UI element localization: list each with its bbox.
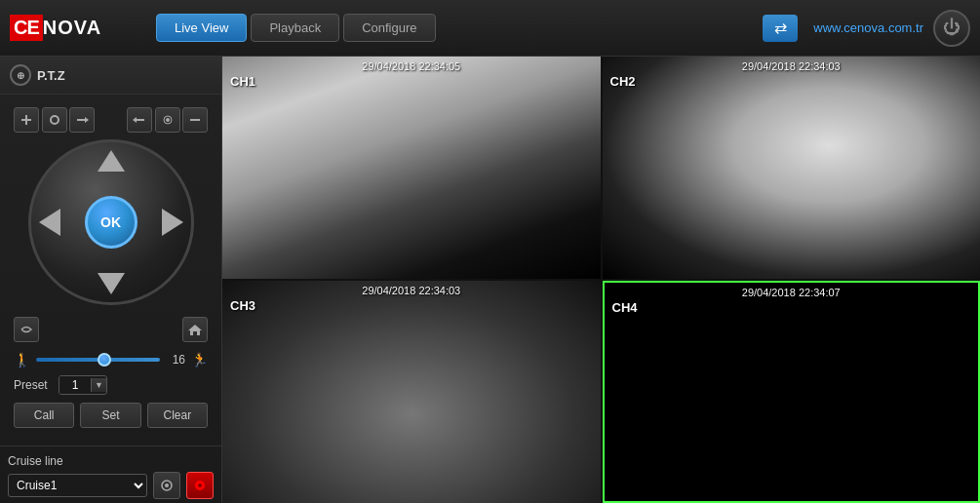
camera-grid: 29/04/2018 22:34:05 CH1 29/04/2018 22:34… — [222, 57, 980, 503]
set-button[interactable]: Set — [80, 403, 140, 428]
cam3-feed — [222, 281, 601, 503]
speed-slider[interactable] — [36, 358, 160, 362]
cam3-timestamp: 29/04/2018 22:34:03 — [362, 285, 460, 296]
cam4-feed — [605, 283, 979, 501]
ptz-iris-open-btn[interactable] — [155, 107, 180, 133]
preset-input[interactable] — [59, 376, 91, 394]
svg-point-12 — [165, 484, 169, 487]
website-url: www.cenova.com.tr — [813, 20, 923, 35]
camera-cell-ch3[interactable]: 29/04/2018 22:34:03 CH3 — [222, 281, 601, 503]
svg-point-2 — [51, 116, 59, 124]
cruise-label: Cruise line — [8, 454, 214, 468]
ptz-zoom-out-btn[interactable] — [14, 107, 39, 133]
cam1-feed — [222, 57, 601, 279]
svg-point-8 — [166, 118, 170, 122]
ptz-top-icons-row — [8, 104, 214, 135]
preset-row: Preset ▼ — [8, 371, 214, 399]
logo-ce: CE — [10, 15, 43, 41]
ptz-title: P.T.Z — [37, 68, 65, 83]
speed-row: 🚶 16 🏃 — [8, 348, 214, 371]
camera-cell-ch1[interactable]: 29/04/2018 22:34:05 CH1 — [222, 57, 601, 279]
cruise-record-btn[interactable] — [153, 472, 180, 499]
cam1-label: CH1 — [230, 74, 255, 89]
cam1-timestamp: 29/04/2018 22:34:05 — [362, 60, 460, 72]
ptz-zoom-in-btn[interactable] — [182, 107, 208, 133]
cam2-label: CH2 — [610, 74, 636, 89]
cam2-feed — [603, 57, 981, 279]
clear-button[interactable]: Clear — [147, 403, 208, 428]
speed-value: 16 — [166, 353, 185, 367]
ptz-autopan-btn[interactable] — [14, 317, 39, 342]
ptz-controls-area: OK 🚶 16 🏃 — [0, 95, 221, 442]
cruise-section: Cruise line Cruise1 Cruise2 Cruise3 — [0, 450, 221, 503]
speed-slow-icon: 🚶 — [14, 352, 30, 368]
tab-live-view[interactable]: Live View — [156, 14, 247, 42]
preset-buttons-row: Call Set Clear — [8, 399, 214, 432]
cam4-label: CH4 — [612, 300, 638, 315]
ptz-dial[interactable]: OK — [28, 139, 194, 305]
ptz-arrow-left[interactable] — [39, 209, 60, 236]
cam2-timestamp: 29/04/2018 22:34:03 — [742, 60, 841, 72]
ptz-dial-outer[interactable]: OK — [28, 139, 194, 305]
divider-1 — [0, 445, 221, 446]
preset-dropdown-arrow[interactable]: ▼ — [91, 378, 106, 392]
cruise-row: Cruise1 Cruise2 Cruise3 — [8, 472, 214, 499]
tab-configure[interactable]: Configure — [343, 14, 435, 42]
ptz-focus-near-btn[interactable] — [127, 107, 152, 133]
svg-rect-1 — [25, 115, 27, 125]
svg-marker-10 — [188, 325, 202, 335]
cam3-label: CH3 — [230, 298, 255, 313]
ptz-arrow-down[interactable] — [98, 273, 125, 294]
camera-cell-ch4[interactable]: 29/04/2018 22:34:07 CH4 — [603, 281, 981, 503]
speed-fast-icon: 🏃 — [191, 352, 208, 368]
preset-label: Preset — [14, 378, 53, 392]
cruise-stop-btn[interactable] — [186, 472, 214, 499]
svg-marker-6 — [133, 117, 137, 123]
transfer-icon[interactable]: ⇄ — [763, 15, 798, 42]
logo: CE NOVA — [10, 9, 117, 48]
ptz-iris-close-btn[interactable] — [42, 107, 67, 133]
tab-playback[interactable]: Playback — [251, 14, 339, 42]
header: CE NOVA Live View Playback Configure ⇄ w… — [0, 0, 980, 57]
svg-marker-4 — [85, 117, 89, 123]
ptz-ok-button[interactable]: OK — [85, 196, 137, 249]
ptz-icon: ⊕ — [10, 64, 31, 86]
call-button[interactable]: Call — [14, 403, 74, 428]
main-area: ⊕ P.T.Z — [0, 57, 980, 503]
ptz-section-header: ⊕ P.T.Z — [0, 57, 221, 95]
sidebar: ⊕ P.T.Z — [0, 57, 222, 503]
speed-slider-thumb[interactable] — [98, 353, 111, 367]
power-button[interactable]: ⏻ — [933, 10, 970, 47]
ptz-arrow-up[interactable] — [98, 150, 125, 172]
cruise-select[interactable]: Cruise1 Cruise2 Cruise3 — [8, 474, 147, 497]
logo-nova: NOVA — [43, 17, 101, 39]
ptz-bottom-icons-row — [8, 315, 214, 344]
nav-tabs: Live View Playback Configure — [156, 14, 436, 42]
ptz-home-btn[interactable] — [182, 317, 208, 342]
preset-input-wrap: ▼ — [59, 375, 107, 395]
cam4-timestamp: 29/04/2018 22:34:07 — [742, 287, 841, 298]
ptz-arrow-right[interactable] — [162, 209, 183, 236]
svg-point-14 — [198, 484, 202, 487]
camera-cell-ch2[interactable]: 29/04/2018 22:34:03 CH2 — [603, 57, 981, 279]
ptz-focus-far-btn[interactable] — [69, 107, 95, 133]
svg-rect-9 — [190, 119, 200, 121]
